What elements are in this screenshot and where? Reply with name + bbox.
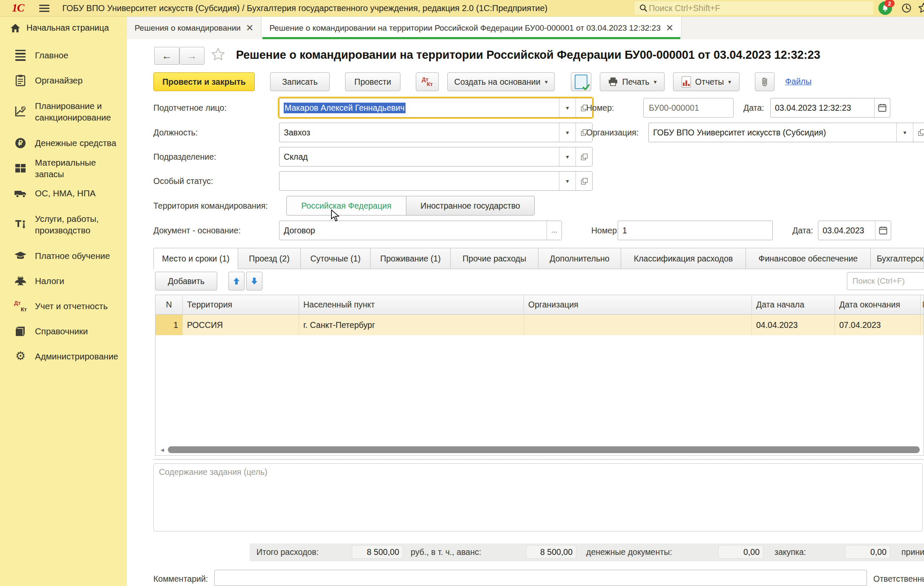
files-link[interactable]: Файлы	[785, 77, 812, 86]
move-down-button[interactable]	[246, 272, 262, 290]
sections-sidebar: Главное Органайзер ₽ Планирование и санк…	[0, 39, 127, 586]
sidebar-item-main[interactable]: Главное	[0, 43, 127, 68]
sidebar-item-taxes[interactable]: Налоги	[0, 268, 127, 293]
favorites-star-icon[interactable]	[917, 1, 924, 15]
places-table[interactable]: N Территория Населенный пункт Организаци…	[155, 295, 924, 456]
col-territory[interactable]: Территория	[183, 295, 299, 315]
global-search[interactable]	[635, 1, 873, 15]
save-button[interactable]: Записать	[270, 72, 330, 91]
tab-home[interactable]: Начальная страница	[0, 17, 127, 39]
dropdown-button[interactable]: ▾	[559, 123, 576, 142]
territory-option-rf[interactable]: Российская Федерация	[286, 196, 406, 215]
base-doc-date-field[interactable]: 03.04.2023	[818, 221, 891, 240]
task-content-textarea[interactable]: Содержание задания (цель)	[153, 463, 923, 531]
sidebar-item-os-nma[interactable]: ОС, НМА, НПА	[0, 181, 127, 206]
doc-date-field[interactable]: 03.04.2023 12:32:23	[770, 98, 890, 118]
tab-place-and-dates[interactable]: Место и сроки (1)	[153, 248, 238, 269]
open-button[interactable]	[576, 172, 592, 190]
reports-button[interactable]: Отчеты▾	[673, 72, 740, 91]
cell-cut[interactable]	[921, 315, 924, 335]
main-menu-burger-icon[interactable]	[39, 5, 49, 12]
tab-close-icon[interactable]: ✕	[666, 23, 674, 33]
post-button[interactable]: Провести	[345, 72, 400, 91]
cell-city[interactable]: г. Санкт-Петербург	[299, 315, 524, 335]
position-field[interactable]: Завхоз ▾	[279, 123, 593, 142]
calendar-button[interactable]	[875, 221, 891, 240]
open-button[interactable]	[576, 147, 592, 166]
tab-lodging[interactable]: Проживание (1)	[371, 248, 451, 269]
dropdown-button[interactable]: ▾	[559, 147, 576, 166]
tab-other-expenses[interactable]: Прочие расходы	[451, 248, 538, 269]
territory-option-foreign[interactable]: Иностранное государство	[406, 196, 535, 215]
horizontal-scrollbar[interactable]: ◄	[157, 445, 922, 454]
organization-field[interactable]: ГОБУ ВПО Университет искусств (Субсидия)…	[648, 123, 924, 142]
cell-territory[interactable]: РОССИЯ	[183, 315, 299, 335]
cell-date-start[interactable]: 04.04.2023	[752, 315, 835, 335]
sidebar-item-money[interactable]: ₽ Денежные средства	[0, 130, 127, 155]
tab-travel[interactable]: Проезд (2)	[238, 248, 301, 269]
tab-decision-document[interactable]: Решение о командировании на территории Р…	[262, 17, 682, 39]
tab-additional[interactable]: Дополнительно	[538, 248, 621, 269]
cell-n[interactable]: 1	[155, 315, 183, 335]
sidebar-item-accounting[interactable]: ДтКт Учет и отчетность	[0, 293, 127, 319]
tab-expense-classification[interactable]: Классификация расходов	[621, 248, 746, 269]
sidebar-item-organizer[interactable]: Органайзер	[0, 68, 127, 93]
base-document-field[interactable]: Договор ...	[279, 221, 562, 240]
add-row-button[interactable]: Добавить	[155, 272, 217, 290]
scrollbar-thumb[interactable]	[168, 446, 920, 453]
tab-per-diem[interactable]: Суточные (1)	[301, 248, 371, 269]
tab-accounting-operation[interactable]: Бухгалтерск	[871, 248, 924, 269]
forward-button[interactable]: →	[179, 47, 204, 65]
table-search[interactable]	[847, 272, 924, 290]
accountable-person-field[interactable]: Макаров Алексей Геннадьевич ▾	[279, 98, 593, 118]
sidebar-item-inventory[interactable]: Материальные запасы	[0, 155, 127, 181]
scroll-left-icon[interactable]: ◄	[157, 447, 168, 453]
print-button[interactable]: Печать▾	[600, 72, 665, 91]
calendar-button[interactable]	[874, 98, 890, 117]
col-date-end[interactable]: Дата окончания	[835, 295, 921, 315]
col-organization[interactable]: Организация	[524, 295, 752, 315]
col-cut[interactable]: Но	[921, 295, 924, 315]
tab-close-icon[interactable]: ✕	[246, 23, 253, 33]
create-based-on-button[interactable]: Создать на основании▾	[447, 72, 555, 91]
tab-financial-support[interactable]: Финансовое обеспечение	[746, 248, 871, 269]
history-icon[interactable]	[900, 1, 913, 15]
open-icon	[918, 129, 924, 136]
col-city[interactable]: Населенный пункт	[299, 295, 524, 315]
table-search-input[interactable]	[852, 276, 924, 286]
back-button[interactable]: ←	[154, 47, 179, 65]
attach-file-button[interactable]	[755, 72, 774, 91]
inventory-grid-icon	[13, 163, 28, 173]
choose-dots-button[interactable]: ...	[547, 221, 561, 240]
dt-kt-postings-button[interactable]: ДтКт	[416, 72, 439, 91]
sidebar-item-services[interactable]: Услуги, работы, производство	[0, 206, 127, 243]
splitter-handle[interactable]	[153, 459, 923, 460]
tab-decisions-list[interactable]: Решения о командировании ✕	[127, 17, 262, 39]
dropdown-button[interactable]: ▾	[559, 98, 576, 117]
special-status-field[interactable]: ▾	[279, 171, 593, 191]
open-button[interactable]	[913, 123, 924, 142]
tab-decisions-list-label: Решения о командировании	[135, 23, 241, 33]
favorite-star-icon[interactable]	[210, 47, 226, 64]
dropdown-button[interactable]: ▾	[559, 172, 576, 190]
cell-organization[interactable]	[524, 315, 752, 335]
notifications-bell-icon[interactable]: 2	[878, 1, 892, 15]
sidebar-item-references[interactable]: Справочники	[0, 319, 127, 344]
dropdown-button[interactable]: ▾	[896, 123, 913, 142]
sidebar-item-planning[interactable]: ₽ Планирование и санкционирование	[0, 93, 127, 130]
base-doc-number-field[interactable]: 1	[618, 221, 773, 240]
move-up-button[interactable]	[228, 272, 245, 290]
table-row[interactable]: 1 РОССИЯ г. Санкт-Петербург 04.04.2023 0…	[155, 315, 924, 335]
department-field[interactable]: Склад ▾	[279, 147, 593, 167]
global-search-input[interactable]	[648, 3, 869, 14]
cell-date-end[interactable]: 07.04.2023	[835, 315, 921, 335]
col-date-start[interactable]: Дата начала	[752, 295, 835, 315]
comment-input[interactable]	[214, 570, 867, 586]
sidebar-item-administration[interactable]: ⚙ Администрирование	[0, 344, 127, 369]
bell-circle: 2	[878, 1, 892, 15]
col-n[interactable]: N	[155, 295, 183, 315]
post-and-close-button[interactable]: Провести и закрыть	[153, 72, 255, 91]
1c-logo-icon[interactable]: 1С	[12, 2, 24, 14]
sidebar-item-paid-education[interactable]: Платное обучение	[0, 243, 127, 268]
check-document-button[interactable]	[571, 72, 591, 91]
